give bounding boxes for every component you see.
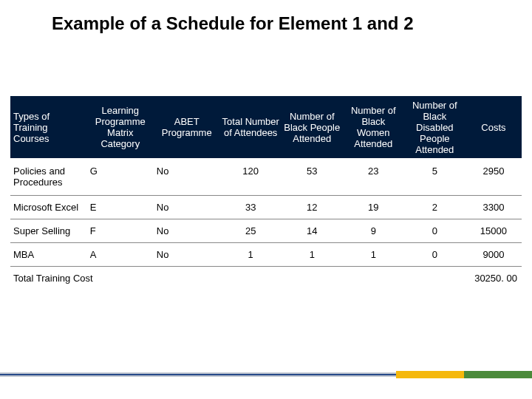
cell-black-women: 1 xyxy=(343,243,404,267)
cell-black-women: 19 xyxy=(343,196,404,219)
page-title: Example of a Schedule for Element 1 and … xyxy=(0,0,532,34)
cell-category: G xyxy=(87,158,154,196)
schedule-table-wrap: Types of Training Courses Learning Progr… xyxy=(10,96,522,290)
footer-bar-blue xyxy=(0,372,396,377)
cell-black-disabled: 2 xyxy=(404,196,466,219)
col-header-costs: Costs xyxy=(466,96,522,158)
cell-black-disabled: 0 xyxy=(404,219,466,243)
cell-cost: 9000 xyxy=(466,243,522,267)
cell-course: Microsoft Excel xyxy=(10,196,87,219)
schedule-table: Types of Training Courses Learning Progr… xyxy=(10,96,522,290)
col-header-category: Learning Programme Matrix Category xyxy=(87,96,154,158)
total-row: Total Training Cost30250. 00 xyxy=(10,267,522,290)
total-label: Total Training Cost xyxy=(10,267,466,290)
col-header-courses: Types of Training Courses xyxy=(10,96,87,158)
col-header-black-disabled: Number of Black Disabled People Attended xyxy=(404,96,466,158)
cell-course: MBA xyxy=(10,243,87,267)
cell-course: Policies and Procedures xyxy=(10,158,87,196)
cell-total: 1 xyxy=(220,243,282,267)
cell-cost: 15000 xyxy=(466,219,522,243)
table-row: Policies and ProceduresGNo120532352950 xyxy=(10,158,522,196)
footer-bar-green xyxy=(464,371,532,378)
cell-black-women: 9 xyxy=(343,219,404,243)
col-header-abet: ABET Programme xyxy=(154,96,220,158)
col-header-black-people: Number of Black People Attended xyxy=(282,96,343,158)
cell-abet: No xyxy=(154,196,220,219)
cell-total: 33 xyxy=(220,196,282,219)
cell-abet: No xyxy=(154,243,220,267)
cell-category: F xyxy=(87,219,154,243)
table-row: MBAANo11109000 xyxy=(10,243,522,267)
cell-cost: 2950 xyxy=(466,158,522,196)
table-header-row: Types of Training Courses Learning Progr… xyxy=(10,96,522,158)
cell-abet: No xyxy=(154,158,220,196)
cell-black-people: 1 xyxy=(282,243,343,267)
cell-black-women: 23 xyxy=(343,158,404,196)
footer-bar-yellow xyxy=(396,371,464,378)
cell-category: A xyxy=(87,243,154,267)
cell-category: E xyxy=(87,196,154,219)
cell-black-people: 53 xyxy=(282,158,343,196)
cell-cost: 3300 xyxy=(466,196,522,219)
cell-course: Super Selling xyxy=(10,219,87,243)
cell-black-people: 12 xyxy=(282,196,343,219)
cell-total: 25 xyxy=(220,219,282,243)
cell-black-disabled: 5 xyxy=(404,158,466,196)
cell-abet: No xyxy=(154,219,220,243)
cell-black-people: 14 xyxy=(282,219,343,243)
table-row: Microsoft ExcelENo33121923300 xyxy=(10,196,522,219)
col-header-black-women: Number of Black Women Attended xyxy=(343,96,404,158)
cell-total: 120 xyxy=(220,158,282,196)
cell-black-disabled: 0 xyxy=(404,243,466,267)
footer-decorative-bars xyxy=(0,371,532,378)
total-value: 30250. 00 xyxy=(466,267,522,290)
col-header-total: Total Number of Attendees xyxy=(220,96,282,158)
table-row: Super SellingFNo25149015000 xyxy=(10,219,522,243)
